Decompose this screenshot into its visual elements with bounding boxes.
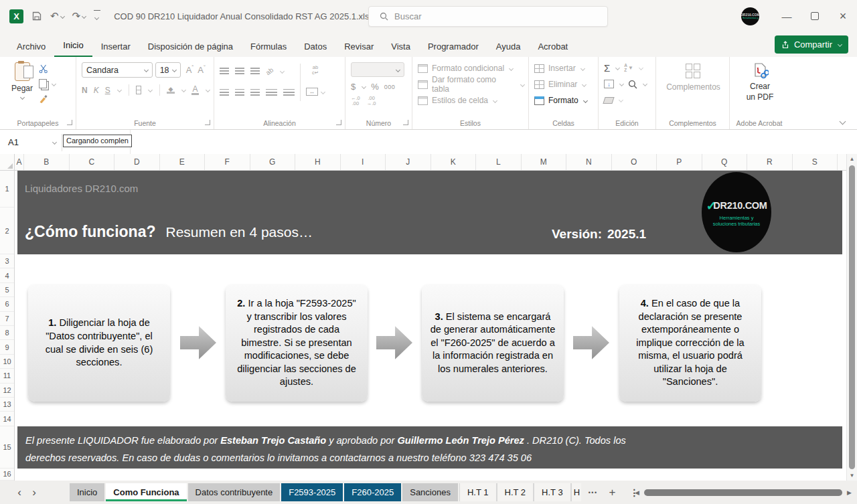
sheet-tab-h-t-1[interactable]: H.T 1 [459,483,497,501]
ribbon-tab-insertar[interactable]: Insertar [92,35,139,57]
sheet-tab-como-funciona[interactable]: Como Funciona [106,483,186,501]
font-color-icon[interactable]: A [191,86,199,95]
row-header-10[interactable]: 10 [0,355,14,369]
row-header-16[interactable]: 16 [0,469,14,481]
row-header-5[interactable]: 5 [0,283,14,297]
conditional-formatting-button[interactable]: Formato condicional [418,62,524,74]
sheet-tab-f2593-2025[interactable]: F2593-2025 [281,483,343,501]
decrease-decimal-icon[interactable]: .00→.0 [367,96,376,106]
scroll-right-icon[interactable]: ▶ [847,489,852,496]
column-header-I[interactable]: I [341,154,386,170]
sheet-tab-sanciones[interactable]: Sanciones [402,483,458,501]
clear-icon[interactable] [603,97,614,104]
decrease-font-size-icon[interactable]: Aˇ [198,64,206,75]
column-header-H[interactable]: H [295,154,341,170]
create-pdf-button[interactable]: Crear un PDF [747,62,774,102]
bold-button[interactable]: N [82,86,88,95]
maximize-button[interactable] [801,0,829,32]
cut-button[interactable] [39,64,56,74]
minimize-button[interactable]: — [773,0,801,32]
row-header-6[interactable]: 6 [0,297,14,311]
sheet-tab-inicio[interactable]: Inicio [70,483,104,501]
increase-font-size-icon[interactable]: Aˆ [186,64,194,75]
increase-decimal-icon[interactable]: ←.0.00 [351,96,360,106]
vertical-scroll-thumb[interactable] [849,165,855,469]
column-header-E[interactable]: E [160,154,206,170]
column-header-G[interactable]: G [250,154,296,170]
paste-button[interactable]: Pegar [5,62,39,117]
orientation-icon[interactable]: ab [264,66,275,76]
cell-styles-button[interactable]: Estilos de celda [418,94,524,106]
save-button[interactable] [31,11,42,21]
align-left-icon[interactable] [220,89,229,96]
ribbon-tab-vista[interactable]: Vista [382,35,419,57]
row-header-12[interactable]: 12 [0,384,14,398]
wrap-text-icon[interactable]: abc↵ [306,65,325,76]
ribbon-tab-programador[interactable]: Programador [419,35,487,57]
comma-format-icon[interactable]: 000 [384,84,396,90]
collapse-ribbon-icon[interactable] [840,118,846,125]
column-header-M[interactable]: M [522,154,567,170]
row-header-15[interactable]: 15 [0,426,14,469]
row-header-13[interactable]: 13 [0,398,14,412]
vertical-scrollbar[interactable]: ▲ ▼ [846,154,857,481]
ribbon-tab-formulas[interactable]: Fórmulas [242,35,295,57]
column-header-O[interactable]: O [612,154,657,170]
sheet-tab-datos-contribuyente[interactable]: Datos contribuyente [188,483,281,501]
account-avatar[interactable]: DR210.COM Herramientas y soluciones trib… [741,7,759,25]
sheet-tab-h-t-2[interactable]: H.T 2 [497,483,534,501]
align-top-icon[interactable] [220,68,229,74]
font-name-select[interactable]: Candara [82,62,153,78]
ribbon-tab-archivo[interactable]: Archivo [8,35,54,57]
search-box[interactable]: Buscar [368,6,608,27]
column-header-A[interactable]: A [15,154,24,170]
name-box[interactable]: A1 [0,134,62,151]
column-header-Q[interactable]: Q [702,154,748,170]
horizontal-scrollbar[interactable]: ◀ ▶ [635,489,852,497]
delete-cells-button[interactable]: Eliminar [534,78,594,90]
percent-format-icon[interactable]: % [371,82,379,92]
ribbon-tab-disposicion-de-pagina[interactable]: Disposición de página [139,35,242,57]
dialog-launcher-icon[interactable] [336,120,341,125]
merge-center-icon[interactable]: ↔ [306,88,318,96]
sheet-tab-f260-2025[interactable]: F260-2025 [344,483,401,501]
new-sheet-button[interactable]: + [609,486,616,499]
sheet-tab-h-t-3[interactable]: H.T 3 [534,483,571,501]
scroll-left-icon[interactable]: ◀ [635,489,639,496]
align-right-icon[interactable] [250,89,260,96]
column-header-J[interactable]: J [386,154,431,170]
close-button[interactable]: × [829,0,857,32]
align-center-icon[interactable] [235,89,244,96]
align-bottom-icon[interactable] [250,68,260,74]
currency-format-icon[interactable]: $ [351,82,356,92]
column-header-C[interactable]: C [70,154,115,170]
ribbon-tab-revisar[interactable]: Revisar [335,35,382,57]
format-cells-button[interactable]: Formato [534,94,594,106]
select-all-corner[interactable] [0,154,15,171]
sheet-tab-h[interactable]: H [571,483,581,501]
column-header-R[interactable]: R [747,154,793,170]
column-header-F[interactable]: F [205,154,250,170]
align-middle-icon[interactable] [235,68,244,74]
row-header-4[interactable]: 4 [0,268,14,282]
customize-qat-button[interactable] [94,10,100,23]
row-header-3[interactable]: 3 [0,254,14,268]
column-header-L[interactable]: L [476,154,522,170]
number-format-select[interactable] [351,62,404,77]
ribbon-tab-ayuda[interactable]: Ayuda [487,35,530,57]
horizontal-scroll-thumb[interactable] [644,489,842,496]
font-size-select[interactable]: 18 [155,62,181,78]
formula-input[interactable] [131,130,857,155]
ribbon-tab-datos[interactable]: Datos [295,35,335,57]
row-header-7[interactable]: 7 [0,312,14,326]
decrease-indent-icon[interactable] [266,89,277,96]
row-header-14[interactable]: 14 [0,412,14,426]
insert-cells-button[interactable]: Insertar [534,62,594,74]
sort-filter-button[interactable]: AZ▼ [624,64,633,72]
ribbon-tab-acrobat[interactable]: Acrobat [529,35,576,57]
column-header-D[interactable]: D [114,154,160,170]
undo-button[interactable]: ↶ [50,10,64,22]
column-header-N[interactable]: N [566,154,612,170]
format-as-table-button[interactable]: Dar formato como tabla [418,78,524,90]
scroll-down-icon[interactable]: ▼ [850,471,855,481]
